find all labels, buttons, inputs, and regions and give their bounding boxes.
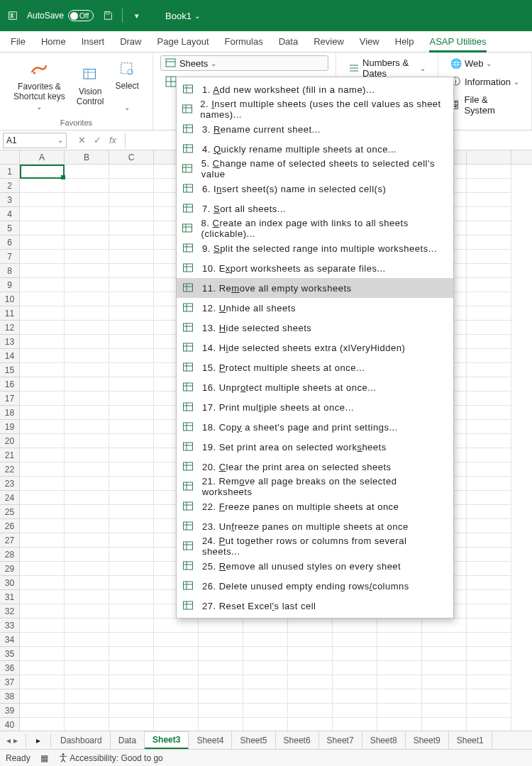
cell[interactable] [333, 689, 377, 704]
cell[interactable] [65, 207, 109, 221]
cell[interactable] [467, 462, 511, 477]
cell[interactable] [467, 406, 511, 420]
favorites-shortcuts-button[interactable]: Favorites & Shortcut keys⌄ [8, 55, 71, 114]
cell[interactable] [288, 647, 333, 661]
cell[interactable] [65, 590, 109, 604]
cell[interactable] [467, 618, 511, 633]
menu-item[interactable]: 13. Hide selected sheets [177, 318, 453, 338]
row-header[interactable]: 10 [0, 292, 20, 306]
menu-item[interactable]: 12. Unhide all sheets [177, 298, 453, 318]
row-header[interactable]: 7 [0, 250, 20, 264]
cell[interactable] [467, 193, 511, 207]
cell[interactable] [20, 519, 65, 533]
cell[interactable] [154, 689, 199, 704]
row-header[interactable]: 16 [0, 377, 20, 392]
cell[interactable] [65, 548, 109, 562]
cell[interactable] [20, 533, 65, 548]
cell[interactable] [467, 179, 511, 193]
cell[interactable] [154, 704, 199, 718]
cell[interactable] [20, 590, 65, 604]
cell[interactable] [20, 576, 65, 590]
menu-item[interactable]: 10. Export worksheets as separate files.… [177, 258, 453, 278]
cell[interactable] [65, 562, 109, 576]
cell[interactable] [109, 264, 154, 278]
row-header[interactable]: 12 [0, 321, 20, 335]
row-header[interactable]: 29 [0, 562, 20, 576]
customize-quickaccess-icon[interactable]: ▾ [128, 7, 145, 24]
row-header[interactable]: 32 [0, 604, 20, 618]
cell[interactable] [109, 235, 154, 250]
cell[interactable] [65, 618, 109, 633]
cell[interactable] [109, 462, 154, 477]
cell[interactable] [199, 661, 243, 675]
cell[interactable] [467, 689, 511, 704]
cell[interactable] [109, 292, 154, 306]
cell[interactable] [20, 562, 65, 576]
cell[interactable] [467, 576, 511, 590]
cell[interactable] [65, 278, 109, 292]
row-header[interactable]: 3 [0, 193, 20, 207]
tab-formulas[interactable]: Formulas [217, 31, 271, 52]
row-header[interactable]: 24 [0, 491, 20, 505]
cell[interactable] [65, 675, 109, 689]
cell[interactable] [20, 335, 65, 349]
cell[interactable] [20, 675, 65, 689]
cancel-icon[interactable]: ✕ [75, 135, 88, 145]
tab-review[interactable]: Review [306, 31, 352, 52]
accessibility-status[interactable]: Accessibility: Good to go [58, 753, 163, 763]
cell[interactable] [467, 718, 511, 731]
cell[interactable] [154, 647, 199, 661]
row-header[interactable]: 1 [0, 165, 20, 179]
cell[interactable] [467, 221, 511, 235]
menu-item[interactable]: 18. Copy a sheet's page and print settin… [177, 417, 453, 437]
cell[interactable] [199, 675, 243, 689]
cell[interactable] [109, 675, 154, 689]
cell[interactable] [20, 250, 65, 264]
cell[interactable] [109, 165, 154, 179]
cell[interactable] [65, 321, 109, 335]
cell[interactable] [109, 533, 154, 548]
cell[interactable] [20, 434, 65, 448]
cell[interactable] [422, 661, 467, 675]
cell[interactable] [65, 434, 109, 448]
col-header[interactable]: C [109, 150, 154, 164]
row-header[interactable]: 8 [0, 264, 20, 278]
sheet-tab-sheet3[interactable]: Sheet3 [145, 731, 189, 749]
cell[interactable] [109, 306, 154, 321]
autosave-toggle[interactable]: AutoSave Off [27, 10, 94, 21]
cell[interactable] [109, 576, 154, 590]
row-header[interactable]: 19 [0, 420, 20, 434]
cell[interactable] [199, 718, 243, 731]
menu-item[interactable]: 9. Split the selected range into multipl… [177, 238, 453, 258]
menu-item[interactable]: 17. Print multiple sheets at once... [177, 397, 453, 417]
tab-draw[interactable]: Draw [112, 31, 149, 52]
menu-item[interactable]: 3. Rename current sheet... [177, 119, 453, 139]
row-header[interactable]: 38 [0, 689, 20, 704]
cell[interactable] [109, 661, 154, 675]
cell[interactable] [243, 618, 288, 633]
cell[interactable] [288, 661, 333, 675]
sheet-tab-sheet1[interactable]: Sheet1 [449, 731, 492, 749]
cell[interactable] [422, 618, 467, 633]
cell[interactable] [243, 661, 288, 675]
menu-item[interactable]: 27. Reset Excel's last cell [177, 596, 453, 616]
cell[interactable] [65, 477, 109, 491]
menu-item[interactable]: 21. Remove all page breaks on the select… [177, 477, 453, 496]
sheet-tab-sheet6[interactable]: Sheet6 [276, 731, 319, 749]
cell[interactable] [109, 718, 154, 731]
enter-icon[interactable]: ✓ [91, 135, 104, 145]
cell[interactable] [65, 647, 109, 661]
cell[interactable] [109, 278, 154, 292]
cell[interactable] [20, 704, 65, 718]
menu-item[interactable]: 7. Sort all sheets... [177, 199, 453, 218]
cell[interactable] [65, 250, 109, 264]
tab-home[interactable]: Home [33, 31, 74, 52]
cell[interactable] [109, 689, 154, 704]
cell[interactable] [467, 292, 511, 306]
cell[interactable] [422, 633, 467, 647]
row-header[interactable]: 33 [0, 618, 20, 633]
col-header[interactable]: B [65, 150, 109, 164]
cell[interactable] [377, 718, 422, 731]
cell[interactable] [20, 349, 65, 363]
cell[interactable] [65, 306, 109, 321]
